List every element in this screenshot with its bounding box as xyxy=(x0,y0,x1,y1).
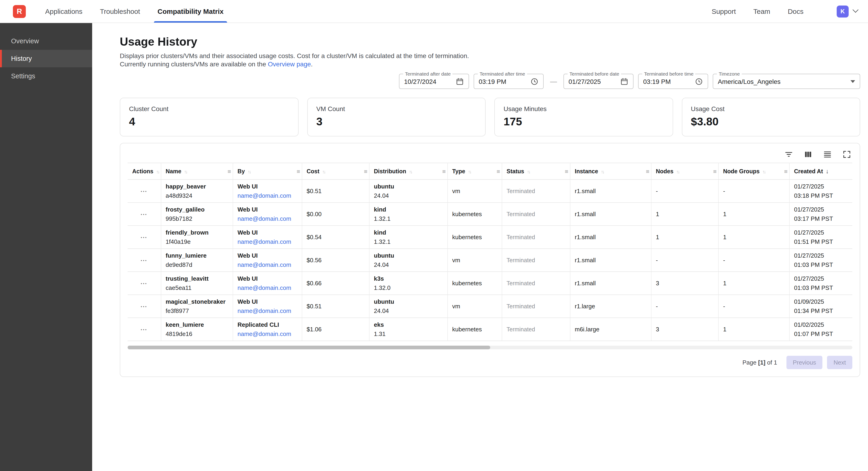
created-time: 01:03 PM PST xyxy=(794,260,848,269)
table-row[interactable]: ••• frosty_galileo995b7182 Web UIname@do… xyxy=(128,203,852,226)
email-link[interactable]: name@domain.com xyxy=(238,214,291,223)
row-actions-button[interactable]: ••• xyxy=(139,302,149,311)
cell-nodes: - xyxy=(651,295,718,318)
nav-item-compatibility-matrix[interactable]: Compatibility Matrix xyxy=(158,0,224,23)
row-actions-button[interactable]: ••• xyxy=(139,279,149,287)
table-body: ••• happy_beavera48d9324 Web UIname@doma… xyxy=(128,179,852,341)
column-header-node_groups[interactable]: Node Groups↑↓≡ xyxy=(718,163,789,179)
column-header-name[interactable]: Name↑↓≡ xyxy=(161,163,232,179)
nav-item-applications[interactable]: Applications xyxy=(45,0,83,23)
calendar-icon[interactable] xyxy=(620,77,628,86)
timezone-value[interactable]: America/Los_Angeles xyxy=(718,78,848,85)
column-header-type[interactable]: Type↑↓≡ xyxy=(447,163,502,179)
sort-icon[interactable]: ↑↓ xyxy=(409,169,412,174)
row-actions-button[interactable]: ••• xyxy=(139,233,149,241)
column-menu-icon[interactable]: ≡ xyxy=(297,168,300,175)
sort-icon[interactable]: ↑↓ xyxy=(527,169,530,174)
email-link[interactable]: name@domain.com xyxy=(238,260,291,269)
stat-card-vm-count: VM Count 3 xyxy=(307,98,486,137)
table-wrap: Actions↑↓Name↑↓≡By↑↓≡Cost↑↓≡Distribution… xyxy=(120,163,860,341)
table-row[interactable]: ••• keen_lumiere4819de16 Replicated CLIn… xyxy=(128,318,852,341)
table-row[interactable]: ••• friendly_brown1f40a19e Web UIname@do… xyxy=(128,226,852,248)
sort-icon[interactable]: ↑↓ xyxy=(762,169,765,174)
overview-page-link[interactable]: Overview page xyxy=(268,60,311,67)
terminated-before-date-field[interactable]: Terminated before date 01/27/2025 xyxy=(563,74,633,89)
column-menu-icon[interactable]: ≡ xyxy=(227,168,231,175)
cell-status: Terminated xyxy=(502,226,570,248)
timezone-select[interactable]: Timezone America/Los_Angeles xyxy=(713,74,860,89)
sort-icon[interactable]: ↑↓ xyxy=(156,169,159,174)
sort-icon[interactable]: ↑↓ xyxy=(184,169,187,174)
nav-link-support[interactable]: Support xyxy=(712,7,736,15)
sidebar-item-overview[interactable]: Overview xyxy=(0,32,92,50)
scrollbar-thumb[interactable] xyxy=(128,346,490,349)
row-actions-button[interactable]: ••• xyxy=(139,326,149,333)
row-actions-button[interactable]: ••• xyxy=(139,257,149,264)
terminated-before-date-value[interactable]: 01/27/2025 xyxy=(568,78,617,85)
chevron-down-icon[interactable] xyxy=(852,7,858,12)
column-header-distribution[interactable]: Distribution↑↓≡ xyxy=(369,163,447,179)
row-actions-button[interactable]: ••• xyxy=(139,187,149,195)
column-header-created_at[interactable]: Created At↓ xyxy=(789,163,852,179)
terminated-before-time-field[interactable]: Terminated before time 03:19 PM xyxy=(638,74,708,89)
created-date: 01/27/2025 xyxy=(794,205,848,214)
email-link[interactable]: name@domain.com xyxy=(238,306,291,316)
column-header-by[interactable]: By↑↓≡ xyxy=(232,163,302,179)
caret-down-icon[interactable] xyxy=(850,80,855,83)
column-menu-icon[interactable]: ≡ xyxy=(364,168,367,175)
replicated-logo-icon[interactable]: R xyxy=(13,5,26,18)
account-menu[interactable]: K xyxy=(837,5,857,17)
column-menu-icon[interactable]: ≡ xyxy=(565,168,568,175)
email-link[interactable]: name@domain.com xyxy=(238,283,291,292)
column-menu-icon[interactable]: ≡ xyxy=(442,168,446,175)
email-link[interactable]: name@domain.com xyxy=(238,191,291,200)
horizontal-scrollbar[interactable] xyxy=(128,346,852,349)
clock-icon[interactable] xyxy=(530,77,538,86)
sort-icon[interactable]: ↑↓ xyxy=(601,169,603,174)
nav-link-team[interactable]: Team xyxy=(753,7,770,15)
terminated-after-date-field[interactable]: Terminated after date 10/27/2024 xyxy=(399,74,469,89)
column-header-instance[interactable]: Instance↑↓≡ xyxy=(570,163,651,179)
column-header-cost[interactable]: Cost↑↓≡ xyxy=(302,163,369,179)
sort-icon[interactable]: ↑↓ xyxy=(322,169,325,174)
clock-icon[interactable] xyxy=(695,77,703,86)
row-actions-button[interactable]: ••• xyxy=(139,210,149,218)
sort-icon[interactable]: ↑↓ xyxy=(248,169,250,174)
nav-link-docs[interactable]: Docs xyxy=(788,7,804,15)
sidebar-item-history[interactable]: History xyxy=(0,50,92,67)
filter-icon[interactable] xyxy=(783,149,794,160)
terminated-after-date-value[interactable]: 10/27/2024 xyxy=(404,78,453,85)
avatar[interactable]: K xyxy=(837,5,849,17)
cluster-name: frosty_galileo xyxy=(166,205,228,214)
table-row[interactable]: ••• trusting_leavittcae5ea11 Web UIname@… xyxy=(128,272,852,295)
table-row[interactable]: ••• magical_stonebrakerfe3f8977 Web UIna… xyxy=(128,295,852,318)
column-header-nodes[interactable]: Nodes↑↓≡ xyxy=(651,163,718,179)
column-menu-icon[interactable]: ≡ xyxy=(784,168,787,175)
nav-item-troubleshoot[interactable]: Troubleshoot xyxy=(100,0,140,23)
calendar-icon[interactable] xyxy=(456,77,464,86)
sort-icon[interactable]: ↑↓ xyxy=(676,169,679,174)
table-row[interactable]: ••• happy_beavera48d9324 Web UIname@doma… xyxy=(128,179,852,203)
column-menu-icon[interactable]: ≡ xyxy=(713,168,717,175)
columns-icon[interactable] xyxy=(803,149,814,160)
terminated-before-time-value[interactable]: 03:19 PM xyxy=(643,78,692,85)
fullscreen-icon[interactable] xyxy=(841,149,852,160)
column-header-actions[interactable]: Actions↑↓ xyxy=(128,163,161,179)
sort-desc-icon[interactable]: ↓ xyxy=(826,168,829,175)
sort-icon[interactable]: ↑↓ xyxy=(468,169,471,174)
created-date: 01/02/2025 xyxy=(794,320,848,329)
column-label: Created At xyxy=(794,168,823,175)
terminated-after-time-field[interactable]: Terminated after time 03:19 PM xyxy=(474,74,544,89)
density-icon[interactable] xyxy=(822,149,833,160)
column-menu-icon[interactable]: ≡ xyxy=(497,168,500,175)
column-header-status[interactable]: Status↑↓≡ xyxy=(502,163,570,179)
column-menu-icon[interactable]: ≡ xyxy=(646,168,649,175)
terminated-after-time-value[interactable]: 03:19 PM xyxy=(479,78,528,85)
usage-table-card: Actions↑↓Name↑↓≡By↑↓≡Cost↑↓≡Distribution… xyxy=(120,143,860,377)
email-link[interactable]: name@domain.com xyxy=(238,237,291,246)
table-row[interactable]: ••• funny_lumierede9ed87d Web UIname@dom… xyxy=(128,248,852,272)
previous-button[interactable]: Previous xyxy=(786,356,823,369)
next-button[interactable]: Next xyxy=(827,356,852,369)
email-link[interactable]: name@domain.com xyxy=(238,329,291,338)
sidebar-item-settings[interactable]: Settings xyxy=(0,67,92,85)
